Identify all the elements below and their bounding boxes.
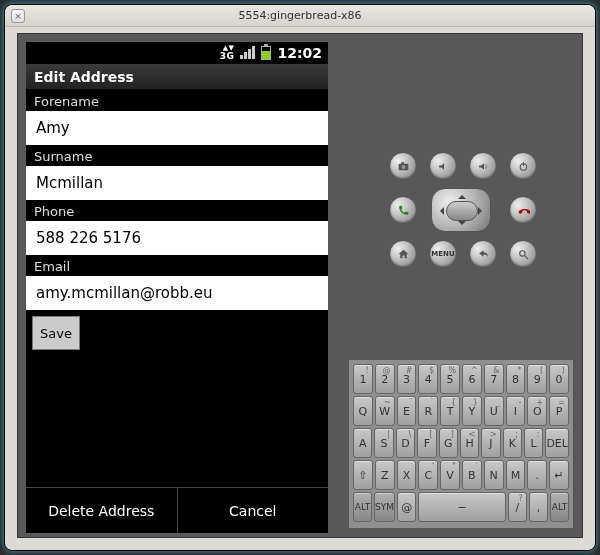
key-a[interactable]: A	[353, 428, 372, 458]
key-7[interactable]: 7&	[484, 364, 504, 394]
call-button[interactable]	[389, 196, 417, 224]
key-alt-right[interactable]: ALT	[550, 492, 569, 522]
key-comma[interactable]: ,	[529, 492, 548, 522]
key-t[interactable]: T{	[440, 396, 460, 426]
key-l[interactable]: L:	[524, 428, 543, 458]
key-n[interactable]: N	[484, 460, 504, 490]
key-y[interactable]: Y}	[462, 396, 482, 426]
end-call-button[interactable]	[509, 196, 537, 224]
key-9[interactable]: 9(	[527, 364, 547, 394]
key-5[interactable]: 5%	[440, 364, 460, 394]
key-m[interactable]: M	[506, 460, 526, 490]
email-input[interactable]	[26, 276, 328, 310]
clock: 12:02	[277, 45, 322, 61]
dpad-right-icon[interactable]	[478, 207, 486, 215]
key-h[interactable]: H<	[460, 428, 479, 458]
key-⇧[interactable]: ⇧	[353, 460, 373, 490]
key-r[interactable]: R`	[418, 396, 438, 426]
window-title: 5554:gingerbread-x86	[238, 9, 361, 22]
cancel-button[interactable]: Cancel	[178, 488, 329, 533]
key-s[interactable]: S|	[374, 428, 393, 458]
surname-label: Surname	[26, 145, 328, 166]
volume-down-button[interactable]	[429, 152, 457, 180]
key-q[interactable]: Q	[353, 396, 373, 426]
key-o[interactable]: O+	[527, 396, 547, 426]
key-d[interactable]: D\	[396, 428, 415, 458]
email-label: Email	[26, 255, 328, 276]
key-.[interactable]: .	[527, 460, 547, 490]
svg-rect-4	[522, 162, 523, 166]
key-sym[interactable]: SYM	[374, 492, 395, 522]
home-button[interactable]	[389, 240, 417, 268]
key-g[interactable]: G]	[439, 428, 458, 458]
battery-icon	[261, 46, 271, 60]
dpad-left-icon[interactable]	[436, 207, 444, 215]
key-alt-left[interactable]: ALT	[353, 492, 372, 522]
dpad-down-icon[interactable]	[458, 221, 466, 229]
key-↵[interactable]: ↵	[549, 460, 569, 490]
save-button[interactable]: Save	[32, 316, 80, 350]
svg-point-5	[519, 250, 524, 255]
key-at[interactable]: @	[397, 492, 416, 522]
forename-input[interactable]	[26, 111, 328, 145]
key-c[interactable]: C'	[418, 460, 438, 490]
network-3g-icon: ▲▼ 3G	[220, 45, 235, 61]
signal-icon	[240, 47, 255, 59]
back-button[interactable]	[469, 240, 497, 268]
key-b[interactable]: B′	[462, 460, 482, 490]
status-bar: ▲▼ 3G 12:02	[26, 42, 328, 64]
app-title: Edit Address	[26, 64, 328, 90]
power-button[interactable]	[509, 152, 537, 180]
key-slash[interactable]: /?	[508, 492, 527, 522]
window-titlebar: × 5554:gingerbread-x86	[5, 5, 595, 27]
window-close-button[interactable]: ×	[11, 9, 25, 23]
phone-input[interactable]	[26, 221, 328, 255]
key-1[interactable]: 1!	[353, 364, 373, 394]
dpad[interactable]	[431, 188, 491, 232]
menu-button[interactable]: MENU	[429, 240, 457, 268]
phone-label: Phone	[26, 200, 328, 221]
key-6[interactable]: 6^	[462, 364, 482, 394]
key-k[interactable]: K;	[503, 428, 522, 458]
key-i[interactable]: I-	[506, 396, 526, 426]
key-z[interactable]: Z	[375, 460, 395, 490]
emulator-keyboard: 1!2@3#4$5%6^7&8*9(0) QW~E¨R`T{Y}U_I-O+P=…	[348, 359, 574, 529]
surname-input[interactable]	[26, 166, 328, 200]
svg-line-6	[524, 255, 527, 258]
forename-label: Forename	[26, 90, 328, 111]
key-x[interactable]: X	[397, 460, 417, 490]
delete-address-button[interactable]: Delete Address	[26, 488, 178, 533]
camera-button[interactable]	[389, 152, 417, 180]
phone-screen: ▲▼ 3G 12:02 Edit Address Forename Surnam…	[26, 42, 328, 533]
key-p[interactable]: P=	[549, 396, 569, 426]
key-u[interactable]: U_	[484, 396, 504, 426]
key-f[interactable]: F[	[417, 428, 436, 458]
key-4[interactable]: 4$	[418, 364, 438, 394]
svg-point-1	[401, 165, 405, 169]
svg-rect-2	[401, 162, 404, 164]
key-j[interactable]: J>	[481, 428, 500, 458]
key-e[interactable]: E¨	[397, 396, 417, 426]
key-w[interactable]: W~	[375, 396, 395, 426]
volume-up-button[interactable]	[469, 152, 497, 180]
key-8[interactable]: 8*	[506, 364, 526, 394]
key-v[interactable]: V"	[440, 460, 460, 490]
dpad-center-button[interactable]	[446, 201, 478, 221]
key-space[interactable]: ─	[418, 492, 506, 522]
key-del[interactable]: DEL	[545, 428, 569, 458]
key-2[interactable]: 2@	[375, 364, 395, 394]
key-3[interactable]: 3#	[397, 364, 417, 394]
dpad-up-icon[interactable]	[458, 191, 466, 199]
key-0[interactable]: 0)	[549, 364, 569, 394]
search-button[interactable]	[509, 240, 537, 268]
